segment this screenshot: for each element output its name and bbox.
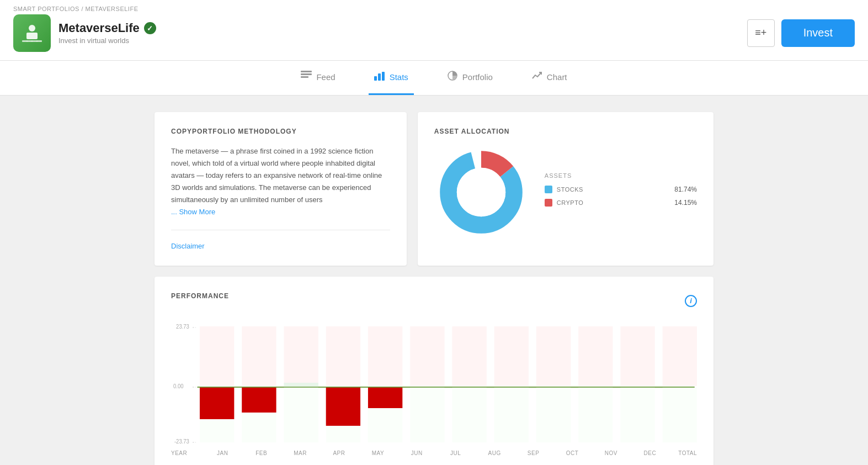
- portfolio-name: MetaverseLife ✓: [58, 21, 156, 35]
- svg-rect-23: [200, 326, 234, 386]
- performance-chart-svg: 23.73 0.00 -23.73: [171, 321, 697, 448]
- allocation-content: ASSETS STOCKS 81.74% CRYPTO 14.15: [434, 145, 697, 239]
- methodology-title: COPYPORTFOLIO METHODOLOGY: [171, 128, 390, 135]
- performance-card: PERFORMANCE i 23.73 0.00 -23.73: [155, 277, 713, 465]
- svg-rect-7: [301, 73, 312, 75]
- apr-label: APR: [319, 450, 358, 456]
- jun-label: JUN: [397, 450, 436, 456]
- jul-label: JUL: [436, 450, 475, 456]
- show-more-link[interactable]: ... Show More: [171, 208, 215, 216]
- feed-icon: [301, 71, 312, 83]
- header-actions: ≡+ Invest: [747, 19, 855, 47]
- stats-icon: [374, 71, 385, 83]
- svg-point-0: [29, 25, 35, 31]
- disclaimer-link[interactable]: Disclaimer: [171, 242, 205, 250]
- svg-rect-40: [452, 326, 486, 386]
- logo-container: MetaverseLife ✓ Invest in virtual worlds: [13, 14, 156, 52]
- svg-rect-9: [374, 76, 377, 81]
- dec-label: DEC: [631, 450, 669, 456]
- divider: [171, 230, 390, 230]
- legend-item-stocks: STOCKS 81.74%: [545, 186, 697, 193]
- year-label: YEAR: [171, 450, 203, 456]
- svg-rect-50: [663, 326, 697, 386]
- invest-button[interactable]: Invest: [781, 19, 855, 47]
- may-label: MAY: [359, 450, 397, 456]
- sep-label: SEP: [514, 450, 552, 456]
- tab-chart[interactable]: Chart: [526, 61, 573, 95]
- feb-label: FEB: [242, 450, 280, 456]
- svg-rect-45: [536, 387, 571, 442]
- methodology-card: COPYPORTFOLIO METHODOLOGY The metaverse …: [155, 112, 407, 266]
- svg-rect-47: [578, 387, 613, 442]
- header: SMART PORTFOLIOS / METAVERSELIFE Metaver…: [0, 0, 868, 61]
- svg-rect-37: [368, 387, 402, 408]
- svg-rect-6: [301, 71, 312, 72]
- tab-portfolio-label: Portfolio: [462, 72, 493, 82]
- tab-chart-label: Chart: [547, 72, 567, 82]
- svg-rect-25: [200, 387, 234, 419]
- tab-feed-label: Feed: [316, 72, 335, 82]
- main-content: COPYPORTFOLIO METHODOLOGY The metaverse …: [0, 96, 868, 465]
- svg-rect-42: [494, 326, 529, 386]
- allocation-title: ASSET ALLOCATION: [434, 128, 697, 135]
- svg-rect-49: [620, 387, 654, 442]
- svg-rect-8: [301, 76, 308, 78]
- svg-rect-35: [368, 326, 402, 386]
- legend: ASSETS STOCKS 81.74% CRYPTO 14.15: [545, 172, 697, 212]
- svg-text:0.00: 0.00: [173, 383, 184, 389]
- nov-label: NOV: [592, 450, 630, 456]
- methodology-text: The metaverse — a phrase first coined in…: [171, 145, 390, 219]
- svg-rect-30: [284, 387, 318, 442]
- stocks-label: STOCKS: [557, 186, 583, 193]
- svg-rect-32: [326, 326, 360, 386]
- chart-area: 23.73 0.00 -23.73: [171, 321, 697, 448]
- oct-label: OCT: [553, 450, 592, 456]
- donut-chart: [434, 145, 528, 239]
- menu-button[interactable]: ≡+: [747, 19, 775, 47]
- svg-rect-39: [410, 387, 444, 442]
- svg-rect-29: [284, 326, 318, 386]
- tab-portfolio[interactable]: Portfolio: [441, 61, 498, 95]
- chart-icon: [531, 71, 542, 83]
- crypto-value: 14.15%: [674, 199, 697, 207]
- crypto-color-swatch: [545, 199, 552, 207]
- legend-item-crypto: CRYPTO 14.15%: [545, 199, 697, 207]
- svg-rect-38: [410, 326, 444, 386]
- breadcrumb: SMART PORTFOLIOS / METAVERSELIFE: [13, 6, 138, 12]
- svg-text:23.73: 23.73: [176, 323, 189, 330]
- legend-title: ASSETS: [545, 172, 697, 179]
- svg-rect-48: [620, 326, 654, 386]
- svg-point-15: [457, 168, 505, 216]
- mar-label: MAR: [281, 450, 319, 456]
- svg-text:-23.73: -23.73: [174, 438, 189, 445]
- logo-icon: [13, 14, 51, 52]
- svg-rect-44: [536, 326, 571, 386]
- stocks-color-swatch: [545, 186, 552, 193]
- allocation-card: ASSET ALLOCATION ASSETS: [418, 112, 713, 266]
- svg-rect-34: [326, 387, 360, 426]
- aug-label: AUG: [475, 450, 514, 456]
- portfolio-subtitle: Invest in virtual worlds: [58, 36, 156, 45]
- nav-tabs: Feed Stats Portfolio Chart: [0, 61, 868, 96]
- tab-stats[interactable]: Stats: [369, 61, 414, 95]
- total-label: TOTAL: [669, 450, 697, 456]
- svg-rect-41: [452, 387, 486, 442]
- crypto-label: CRYPTO: [557, 199, 583, 206]
- svg-rect-11: [382, 72, 385, 81]
- logo-text: MetaverseLife ✓ Invest in virtual worlds: [58, 21, 156, 45]
- svg-rect-51: [663, 387, 697, 442]
- performance-title: PERFORMANCE: [171, 292, 229, 300]
- svg-rect-1: [26, 33, 38, 39]
- verified-badge: ✓: [144, 22, 156, 34]
- svg-rect-31: [284, 383, 318, 387]
- portfolio-icon: [447, 71, 458, 83]
- jan-label: JAN: [203, 450, 242, 456]
- svg-rect-10: [378, 73, 381, 81]
- info-icon[interactable]: i: [685, 295, 697, 307]
- top-cards-row: COPYPORTFOLIO METHODOLOGY The metaverse …: [155, 112, 713, 266]
- stocks-value: 81.74%: [674, 186, 697, 193]
- svg-rect-46: [578, 326, 613, 386]
- svg-rect-43: [494, 387, 529, 442]
- svg-rect-28: [242, 387, 276, 413]
- tab-feed[interactable]: Feed: [295, 61, 340, 95]
